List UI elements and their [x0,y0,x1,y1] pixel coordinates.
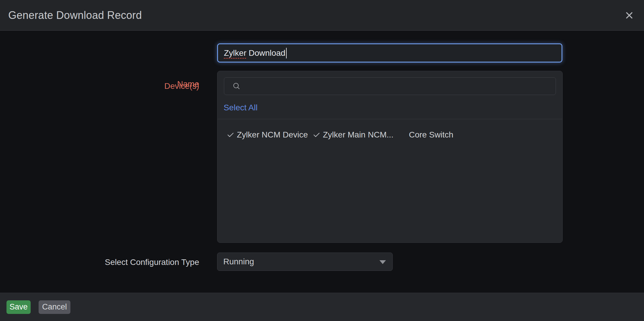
cancel-button[interactable]: Cancel [39,300,70,314]
name-value-misspelled: Zylker [224,48,246,58]
device-picker-panel: Select All Zylker NCM DeviceZylker Main … [217,71,563,243]
modal-header: Generate Download Record [0,0,644,31]
device-item-label: Zylker NCM Device [237,130,308,140]
device-search-input[interactable] [241,78,556,95]
select-all-link[interactable]: Select All [224,103,257,112]
devices-label: Device(s) [0,82,199,91]
chevron-down-icon [379,260,386,264]
save-button[interactable]: Save [6,300,31,314]
device-item[interactable]: Zylker NCM Device [227,130,313,140]
check-icon [313,131,323,139]
config-type-value: Running [223,257,254,266]
panel-divider [217,119,562,119]
device-list: Zylker NCM DeviceZylker Main NCM...Core … [227,130,557,140]
device-item[interactable]: Zylker Main NCM... [313,130,399,140]
device-item-label: Core Switch [409,130,453,140]
device-search-box[interactable] [224,77,556,95]
close-button[interactable] [623,9,636,22]
check-icon [227,131,237,139]
search-icon [232,82,241,90]
close-icon [625,11,634,20]
modal-footer: Save Cancel [0,293,644,321]
text-cursor [286,48,287,58]
device-item[interactable]: Core Switch [399,130,485,140]
name-input[interactable]: Zylker Download [217,43,562,63]
name-value-rest: Download [246,48,285,58]
device-item-label: Zylker Main NCM... [323,130,394,140]
config-type-dropdown[interactable]: Running [217,253,393,271]
modal-body: Name Zylker Download Device(s) Select Al… [0,31,644,293]
config-type-label: Select Configuration Type [0,258,199,267]
modal-title: Generate Download Record [8,9,142,22]
